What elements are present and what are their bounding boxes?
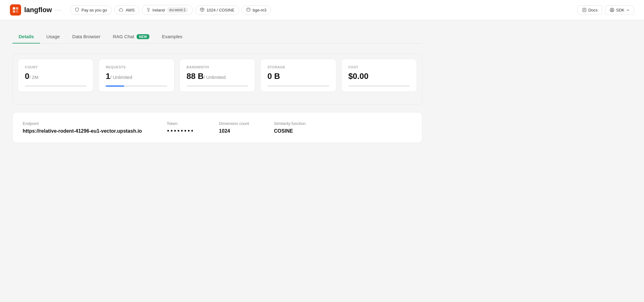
stat-requests-unit: / Unlimited xyxy=(110,75,132,80)
pill-region[interactable]: Ireland eu-west-1 xyxy=(142,5,193,15)
openai-icon xyxy=(246,7,251,13)
stat-count-bar xyxy=(25,85,86,87)
info-group-token: Token •••••••• xyxy=(167,121,194,134)
svg-rect-3 xyxy=(16,10,18,13)
pill-dimension-label: 1024 / COSINE xyxy=(206,8,234,12)
dimension-value: 1024 xyxy=(219,128,249,134)
svg-point-5 xyxy=(247,8,250,11)
dimension-label: Dimension count xyxy=(219,121,249,126)
stats-row: COUNT 0/ 2M REQUESTS 1/ Unlimited xyxy=(18,59,417,92)
stat-bandwidth-unit: / Unlimited xyxy=(204,75,226,80)
chevron-down-icon xyxy=(626,8,629,11)
cloud-icon xyxy=(119,7,124,12)
stat-cost-bar xyxy=(348,85,410,87)
tabs: Details Usage Data Browser RAG Chat NEW … xyxy=(12,30,422,43)
pill-plan[interactable]: Pay as you go xyxy=(70,5,111,15)
pill-model-label: bge-m3 xyxy=(253,8,266,12)
pill-model[interactable]: bge-m3 xyxy=(242,5,271,15)
pill-region-label: Ireland xyxy=(152,8,165,12)
stat-bandwidth-bar xyxy=(187,85,248,87)
logo-dots: ··· xyxy=(55,7,61,13)
pill-cloud-label: AWS xyxy=(126,8,135,12)
stat-storage-bar xyxy=(267,85,329,87)
pin-icon xyxy=(147,7,150,13)
rag-chat-badge: NEW xyxy=(137,34,150,39)
stat-card-storage: STORAGE 0 B xyxy=(260,59,336,92)
similarity-value: COSINE xyxy=(274,128,306,134)
shield-icon xyxy=(75,7,79,13)
stats-wrapper: COUNT 0/ 2M REQUESTS 1/ Unlimited xyxy=(12,53,422,105)
stat-card-count: COUNT 0/ 2M xyxy=(18,59,93,92)
stat-requests-bar xyxy=(106,85,167,87)
cube-icon xyxy=(200,7,204,13)
sdk-label: SDK xyxy=(616,8,624,12)
info-group-endpoint: Endpoint https://relative-rodent-41296-e… xyxy=(23,121,142,134)
tab-rag-chat[interactable]: RAG Chat NEW xyxy=(107,30,156,43)
langflow-logo-icon xyxy=(10,4,21,16)
stat-requests-bar-fill xyxy=(106,85,124,87)
info-group-similarity: Similarity function COSINE xyxy=(274,121,306,134)
github-icon xyxy=(610,8,614,12)
token-label: Token xyxy=(167,121,194,126)
token-value: •••••••• xyxy=(167,128,194,134)
svg-rect-0 xyxy=(13,7,15,10)
info-group-dimension: Dimension count 1024 xyxy=(219,121,249,134)
logo-text: langflow xyxy=(24,6,52,14)
stat-count-value: 0/ 2M xyxy=(25,71,86,81)
stat-bandwidth-value: 88 B/ Unlimited xyxy=(187,71,248,81)
svg-rect-1 xyxy=(16,7,18,10)
svg-rect-2 xyxy=(13,10,15,13)
stat-requests-value: 1/ Unlimited xyxy=(106,71,167,81)
svg-point-8 xyxy=(612,9,613,10)
header-right: Docs SDK xyxy=(578,5,634,15)
tab-examples-label: Examples xyxy=(162,34,182,39)
tab-data-browser-label: Data Browser xyxy=(72,34,101,39)
pill-dimension[interactable]: 1024 / COSINE xyxy=(195,5,239,15)
stat-bandwidth-label: BANDWIDTH xyxy=(187,65,248,69)
stat-count-label: COUNT xyxy=(25,65,86,69)
pill-cloud[interactable]: AWS xyxy=(114,5,139,15)
tab-usage-label: Usage xyxy=(46,34,60,39)
stat-storage-value: 0 B xyxy=(267,71,329,81)
logo-area: langflow ··· xyxy=(10,4,61,16)
stat-storage-label: STORAGE xyxy=(267,65,329,69)
docs-label: Docs xyxy=(588,8,598,12)
tab-rag-chat-label: RAG Chat xyxy=(113,34,134,39)
info-card: Endpoint https://relative-rodent-41296-e… xyxy=(12,112,422,143)
stat-card-bandwidth: BANDWIDTH 88 B/ Unlimited xyxy=(179,59,255,92)
svg-point-4 xyxy=(147,8,149,10)
header-pills: Pay as you go AWS Ireland eu-west-1 1024… xyxy=(70,5,571,15)
docs-button[interactable]: Docs xyxy=(578,5,602,15)
stat-card-requests: REQUESTS 1/ Unlimited xyxy=(98,59,174,92)
tab-details[interactable]: Details xyxy=(12,30,40,43)
endpoint-value[interactable]: https://relative-rodent-41296-eu1-vector… xyxy=(23,128,142,134)
tab-data-browser[interactable]: Data Browser xyxy=(66,30,107,43)
pill-region-sub: eu-west-1 xyxy=(167,7,188,13)
stat-count-unit: / 2M xyxy=(29,75,38,80)
stat-cost-label: COST xyxy=(348,65,410,69)
stat-card-cost: COST $0.00 xyxy=(341,59,417,92)
tab-usage[interactable]: Usage xyxy=(40,30,66,43)
docs-icon xyxy=(582,8,587,12)
stat-cost-value: $0.00 xyxy=(348,71,410,81)
tab-examples[interactable]: Examples xyxy=(156,30,188,43)
tab-details-label: Details xyxy=(19,34,34,39)
endpoint-label: Endpoint xyxy=(23,121,142,126)
header: langflow ··· Pay as you go AWS Ireland e… xyxy=(0,0,644,20)
sdk-button[interactable]: SDK xyxy=(605,5,634,15)
stat-requests-label: REQUESTS xyxy=(106,65,167,69)
main-content: Details Usage Data Browser RAG Chat NEW … xyxy=(0,20,435,153)
similarity-label: Similarity function xyxy=(274,121,306,126)
pill-plan-label: Pay as you go xyxy=(81,8,107,12)
